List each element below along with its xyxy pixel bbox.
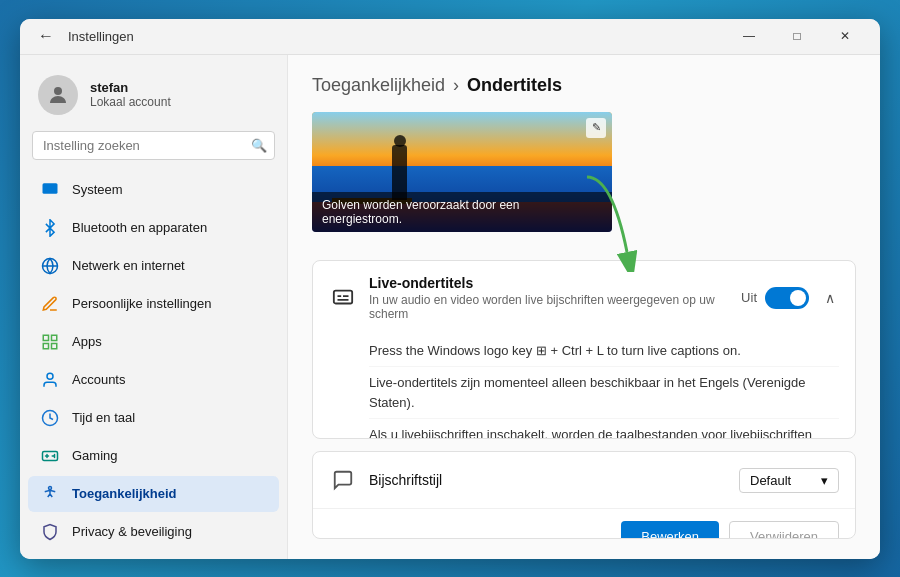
remove-button: Verwijderen	[729, 521, 839, 538]
search-box: 🔍	[32, 131, 275, 160]
live-captions-icon	[329, 284, 357, 312]
netwerk-icon	[40, 256, 60, 276]
window-content: stefan Lokaal account 🔍 Systeem Blueto	[20, 55, 880, 559]
expand-button[interactable]: ∧	[821, 286, 839, 310]
svg-point-11	[49, 486, 52, 489]
green-arrow-container	[572, 172, 642, 276]
edit-icon[interactable]: ✎	[586, 118, 606, 138]
privacy-icon	[40, 522, 60, 542]
sidebar-item-apps[interactable]: Apps	[28, 324, 279, 360]
account-type: Lokaal account	[90, 95, 171, 109]
sidebar-item-update[interactable]: Windows Update	[28, 552, 279, 559]
accounts-icon	[40, 370, 60, 390]
user-section: stefan Lokaal account	[28, 67, 279, 131]
silhouette-head	[394, 135, 406, 147]
caption-style-row: Bijschriftstijl Default ▾	[313, 452, 855, 508]
svg-point-8	[47, 373, 53, 379]
breadcrumb-parent: Toegankelijkheid	[312, 75, 445, 96]
info-line-3: Als u livebijschriften inschakelt, worde…	[369, 418, 839, 439]
dropdown-arrow-icon: ▾	[821, 473, 828, 488]
style-select-dropdown[interactable]: Default ▾	[739, 468, 839, 493]
green-arrow	[572, 172, 642, 272]
svg-rect-7	[43, 343, 48, 348]
sidebar-item-persoonlijk[interactable]: Persoonlijke instellingen	[28, 286, 279, 322]
maximize-button[interactable]: □	[774, 20, 820, 52]
breadcrumb-current: Ondertitels	[467, 75, 562, 96]
live-captions-desc: In uw audio en video worden live bijschr…	[369, 293, 729, 321]
sidebar-item-label: Persoonlijke instellingen	[72, 296, 211, 311]
search-input[interactable]	[32, 131, 275, 160]
info-line-1: Press the Windows logo key ⊞ + Ctrl + L …	[369, 335, 839, 367]
settings-window: ← Instellingen — □ ✕ stefan Lokaal accou…	[20, 19, 880, 559]
window-controls: — □ ✕	[726, 20, 868, 52]
sidebar: stefan Lokaal account 🔍 Systeem Blueto	[20, 55, 288, 559]
systeem-icon	[40, 180, 60, 200]
sidebar-item-label: Apps	[72, 334, 102, 349]
toggle-area: Uit	[741, 287, 809, 309]
breadcrumb: Toegankelijkheid › Ondertitels	[312, 75, 856, 96]
sidebar-item-netwerk[interactable]: Netwerk en internet	[28, 248, 279, 284]
sidebar-item-accounts[interactable]: Accounts	[28, 362, 279, 398]
live-captions-card: Live-ondertitels In uw audio en video wo…	[312, 260, 856, 440]
action-row: Bewerken Verwijderen	[313, 508, 855, 538]
svg-rect-1	[43, 183, 58, 194]
main-content: Toegankelijkheid › Ondertitels ✎ Golven …	[288, 55, 880, 559]
persoonlijk-icon	[40, 294, 60, 314]
back-button[interactable]: ←	[32, 22, 60, 50]
svg-rect-6	[52, 343, 57, 348]
preview-image: ✎ Golven worden veroorzaakt door een ene…	[312, 112, 612, 232]
caption-style-card: Bijschriftstijl Default ▾ Bewerken Verwi…	[312, 451, 856, 538]
sidebar-item-label: Netwerk en internet	[72, 258, 185, 273]
sidebar-item-label: Privacy & beveiliging	[72, 524, 192, 539]
style-select-value: Default	[750, 473, 791, 488]
tijd-icon	[40, 408, 60, 428]
sidebar-item-systeem[interactable]: Systeem	[28, 172, 279, 208]
caption-text: Golven worden veroorzaakt door een energ…	[322, 198, 519, 226]
live-captions-toggle[interactable]	[765, 287, 809, 309]
sidebar-item-label: Systeem	[72, 182, 123, 197]
sidebar-item-label: Toegankelijkheid	[72, 486, 177, 501]
caption-style-label: Bijschriftstijl	[369, 472, 727, 488]
breadcrumb-separator: ›	[453, 75, 459, 96]
sidebar-item-bluetooth[interactable]: Bluetooth en apparaten	[28, 210, 279, 246]
info-lines: Press the Windows logo key ⊞ + Ctrl + L …	[313, 335, 855, 440]
toggle-label: Uit	[741, 290, 757, 305]
sidebar-item-label: Tijd en taal	[72, 410, 135, 425]
window-title: Instellingen	[68, 29, 726, 44]
sidebar-item-privacy[interactable]: Privacy & beveiliging	[28, 514, 279, 550]
live-captions-title: Live-ondertitels	[369, 275, 729, 291]
edit-button[interactable]: Bewerken	[621, 521, 719, 538]
close-button[interactable]: ✕	[822, 20, 868, 52]
sidebar-item-label: Gaming	[72, 448, 118, 463]
live-captions-text: Live-ondertitels In uw audio en video wo…	[369, 275, 729, 321]
titlebar: ← Instellingen — □ ✕	[20, 19, 880, 55]
apps-icon	[40, 332, 60, 352]
caption-style-icon	[329, 466, 357, 494]
info-line-2: Live-ondertitels zijn momenteel alleen b…	[369, 366, 839, 418]
svg-rect-4	[43, 335, 48, 340]
toegankelijkheid-icon	[40, 484, 60, 504]
svg-point-0	[54, 87, 62, 95]
sidebar-item-label: Bluetooth en apparaten	[72, 220, 207, 235]
svg-rect-5	[52, 335, 57, 340]
caption-overlay: Golven worden veroorzaakt door een energ…	[312, 192, 612, 232]
sidebar-item-label: Accounts	[72, 372, 125, 387]
sidebar-item-tijd[interactable]: Tijd en taal	[28, 400, 279, 436]
sidebar-item-gaming[interactable]: Gaming	[28, 438, 279, 474]
sidebar-item-toegankelijkheid[interactable]: Toegankelijkheid	[28, 476, 279, 512]
bluetooth-icon	[40, 218, 60, 238]
username: stefan	[90, 80, 171, 95]
minimize-button[interactable]: —	[726, 20, 772, 52]
gaming-icon	[40, 446, 60, 466]
user-info: stefan Lokaal account	[90, 80, 171, 109]
avatar	[38, 75, 78, 115]
